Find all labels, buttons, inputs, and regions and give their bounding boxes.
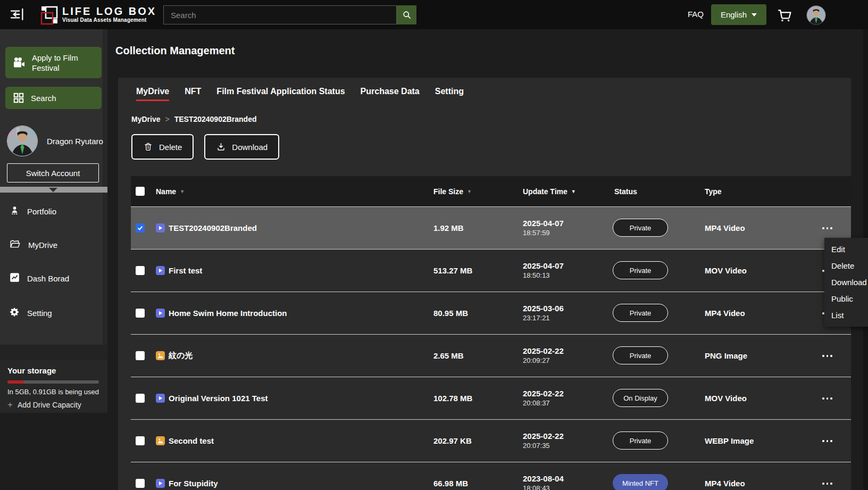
row-actions-menu-icon[interactable] <box>822 225 838 231</box>
delete-button[interactable]: Delete <box>131 134 194 160</box>
update-clock: 20:07:35 <box>523 442 550 450</box>
update-clock: 18:50:13 <box>523 272 550 279</box>
video-icon <box>156 223 165 232</box>
file-name[interactable]: First test <box>169 250 202 292</box>
row-actions-menu-icon[interactable] <box>822 353 838 359</box>
sidebar-item-mydrive[interactable]: MyDrive <box>0 237 103 253</box>
logo-mark-icon <box>40 4 59 25</box>
cart-button[interactable] <box>776 6 794 23</box>
tab-setting[interactable]: Setting <box>435 87 464 101</box>
context-menu-item-edit[interactable]: Edit <box>824 241 868 258</box>
sidebar-item-label: Setting <box>27 309 52 318</box>
column-label: File Size <box>433 187 463 196</box>
row-checkbox[interactable] <box>136 309 145 318</box>
file-type: PNG Image <box>705 335 747 377</box>
file-type: MP4 Video <box>705 207 745 249</box>
table-row[interactable]: Home Swim Home Introduction80.95 MB2025-… <box>131 292 851 334</box>
apply-button-label: Apply to Film Festival <box>32 53 90 73</box>
table-row[interactable]: TEST20240902Branded1.92 MB2025-04-0718:5… <box>131 206 851 249</box>
search-input[interactable] <box>163 5 397 24</box>
file-type: WEBP Image <box>705 420 754 462</box>
context-menu-item-public[interactable]: Public <box>824 290 868 307</box>
sidebar-collapse-divider[interactable] <box>0 187 107 193</box>
update-time: 2025-03-0623:17:21 <box>523 292 564 334</box>
sidebar-search-button[interactable]: Search <box>5 87 102 109</box>
logo-title: LIFE LOG BOX <box>62 5 156 17</box>
tab-film-festival-application-status[interactable]: Film Festival Application Status <box>216 87 345 101</box>
language-selector[interactable]: English <box>711 4 766 25</box>
header-avatar[interactable] <box>806 5 826 25</box>
row-checkbox[interactable] <box>136 479 145 488</box>
update-clock: 20:09:27 <box>523 357 550 364</box>
faq-link[interactable]: FAQ <box>688 10 704 19</box>
sidebar-item-setting[interactable]: Setting <box>0 305 103 321</box>
sidebar-item-portfolio[interactable]: Portfolio <box>0 203 103 219</box>
breadcrumb-root[interactable]: MyDrive <box>131 115 160 123</box>
context-menu-item-download[interactable]: Download <box>824 274 868 290</box>
breadcrumb-current: TEST20240902Branded <box>174 115 257 123</box>
sidebar-collapse-button[interactable] <box>7 6 26 24</box>
row-checkbox[interactable] <box>136 223 145 232</box>
tab-mydrive[interactable]: MyDrive <box>136 87 169 101</box>
download-button-label: Download <box>232 143 268 152</box>
top-header: LIFE LOG BOX Visual Data Assets Manageme… <box>0 0 868 29</box>
file-name[interactable]: TEST20240902Branded <box>169 207 257 249</box>
update-date: 2025-02-22 <box>523 389 564 398</box>
sidebar-item-label: Dash Borad <box>27 274 69 283</box>
tab-nft[interactable]: NFT <box>185 87 201 101</box>
sidebar-avatar[interactable] <box>7 126 38 156</box>
trash-icon <box>143 142 153 152</box>
sidebar-item-label: Portfolio <box>27 207 56 216</box>
update-date: 2025-02-22 <box>523 432 564 441</box>
column-header-file-size[interactable]: File Size▼ <box>433 176 472 206</box>
app-logo[interactable]: LIFE LOG BOX Visual Data Assets Manageme… <box>40 4 156 25</box>
tab-purchase-data[interactable]: Purchase Data <box>361 87 420 101</box>
row-actions-menu-icon[interactable] <box>822 480 838 487</box>
sidebar-item-dash-borad[interactable]: Dash Borad <box>0 270 103 286</box>
column-header-name[interactable]: Name▼ <box>156 176 185 206</box>
status-badge: Minted NFT <box>613 474 668 490</box>
file-name[interactable]: Home Swim Home Introduction <box>169 292 287 334</box>
header-search <box>163 5 416 24</box>
select-all-checkbox[interactable] <box>136 187 145 196</box>
file-name[interactable]: Second test <box>169 420 214 462</box>
user-name: Dragon Ryutaro <box>47 137 103 146</box>
download-button[interactable]: Download <box>204 134 279 160</box>
add-drive-capacity-label: Add Drive Capacity <box>18 401 81 409</box>
column-header-update-time[interactable]: Update Time▼ <box>523 176 576 206</box>
file-name[interactable]: For Stupidity <box>169 462 218 490</box>
table-body: TEST20240902Branded1.92 MB2025-04-0718:5… <box>131 206 851 490</box>
row-actions-menu-icon[interactable] <box>822 395 838 402</box>
row-context-menu: EditDeleteDownloadPublicList <box>824 238 868 327</box>
update-date: 2025-02-22 <box>523 347 564 355</box>
file-name[interactable]: Original Version 1021 Test <box>169 377 268 419</box>
apply-to-film-festival-button[interactable]: Apply to Film Festival <box>5 47 102 78</box>
row-actions-menu-icon[interactable] <box>822 438 838 444</box>
image-icon <box>156 351 165 360</box>
add-drive-capacity-button[interactable]: + Add Drive Capacity <box>7 401 100 409</box>
row-checkbox[interactable] <box>136 436 145 445</box>
search-button[interactable] <box>397 5 416 24</box>
row-checkbox[interactable] <box>136 351 145 360</box>
file-size: 1.92 MB <box>433 207 464 249</box>
table-row[interactable]: 紋の光2.65 MB2025-02-2220:09:27PrivatePNG I… <box>131 334 851 377</box>
file-name[interactable]: 紋の光 <box>169 335 193 377</box>
switch-account-button[interactable]: Switch Account <box>7 163 99 182</box>
film-camera-icon <box>13 57 26 69</box>
table-row[interactable]: Original Version 1021 Test102.78 MB2025-… <box>131 377 851 419</box>
user-profile: Dragon Ryutaro <box>7 126 103 156</box>
breadcrumb: MyDrive > TEST20240902Branded <box>131 115 257 123</box>
update-clock: 23:17:21 <box>523 314 550 322</box>
table-row[interactable]: Second test202.97 KB2025-02-2220:07:35Pr… <box>131 419 851 462</box>
mydrive-icon <box>9 238 21 252</box>
context-menu-item-list[interactable]: List <box>824 307 868 323</box>
table-row[interactable]: For Stupidity66.98 MB2023-08-0418:08:43M… <box>131 462 851 490</box>
update-time: 2025-04-0718:57:59 <box>523 207 564 249</box>
file-size: 202.97 KB <box>433 420 472 462</box>
file-size: 80.95 MB <box>433 292 468 334</box>
row-checkbox[interactable] <box>136 266 145 275</box>
row-checkbox[interactable] <box>136 394 145 403</box>
context-menu-item-delete[interactable]: Delete <box>824 258 868 274</box>
table-row[interactable]: First test513.27 MB2025-04-0718:50:13Pri… <box>131 249 851 292</box>
update-time: 2025-02-2220:07:35 <box>523 420 564 462</box>
